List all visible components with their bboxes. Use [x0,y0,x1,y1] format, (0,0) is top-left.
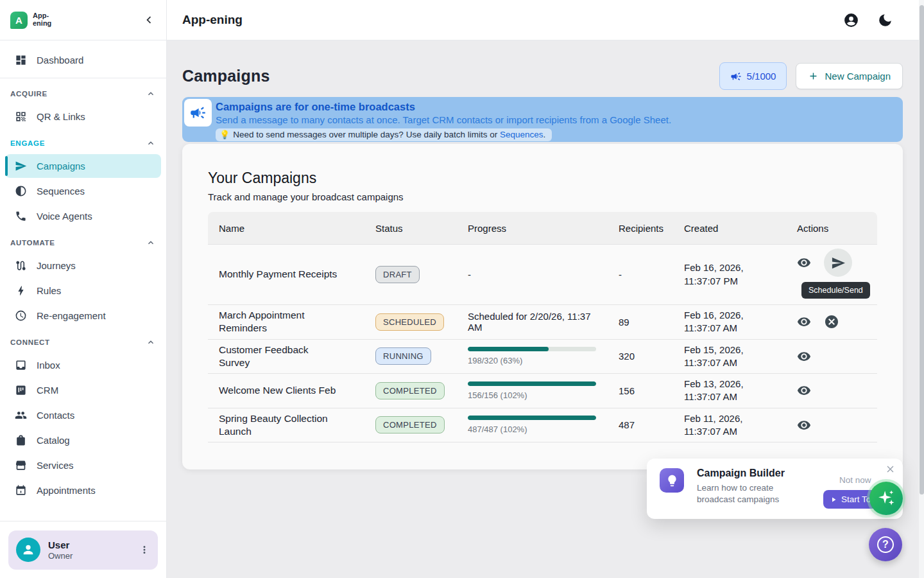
avatar [16,538,40,562]
send-icon [831,256,846,270]
chevron-left-icon [142,13,156,27]
not-now-button[interactable]: Not now [839,475,871,485]
sidebar-item-re-engagement[interactable]: Re-engagement [5,304,161,328]
column-header-status: Status [364,223,457,234]
close-icon [885,464,896,475]
campaign-name: Welcome New Clients Feb [219,384,336,397]
tip-text: Need to send messages over multiple days… [233,130,497,139]
cancel-button[interactable] [824,314,839,329]
status-badge: COMPLETED [375,382,445,399]
created-cell: Feb 16, 2026, 11:37:07 AM [673,305,776,339]
eye-icon [797,418,811,432]
view-button[interactable] [797,383,811,398]
campaign-name: Monthly Payment Receipts [219,268,337,281]
sidebar-item-qr-links[interactable]: QR & Links [5,105,161,128]
sidebar-section-connect[interactable]: CONNECT [0,333,166,352]
info-banner: Campaigns are for one-time broadcasts Se… [182,97,903,142]
popup-body: Learn how to create broadcast campaigns [697,482,800,505]
table-row: March Appointment Reminders SCHEDULED Sc… [208,304,877,339]
status-badge: RUNNING [375,347,431,365]
cancel-circle-icon [824,314,839,329]
dark-mode-toggle[interactable] [877,12,893,28]
sidebar-item-label: Rules [37,285,61,296]
eye-icon [797,383,811,398]
column-header-created: Created [673,223,786,234]
view-button[interactable] [797,315,811,329]
ai-assistant-fab[interactable] [869,482,903,515]
sidebar-item-appointments[interactable]: Appointments [5,478,161,502]
recipients-cell: - [608,265,673,284]
sidebar-item-journeys[interactable]: Journeys [5,254,161,277]
close-popup-button[interactable] [885,464,896,475]
user-menu-button[interactable] [139,544,150,556]
sidebar-item-label: Campaigns [37,161,85,171]
card-subtitle: Track and manage your broadcast campaign… [208,191,877,202]
view-button[interactable] [797,349,811,363]
half-circle-icon [15,185,27,197]
user-role: Owner [48,551,73,561]
status-badge: DRAFT [375,266,420,283]
new-campaign-label: New Campaign [825,71,891,82]
campaign-name: Customer Feedback Survey [219,344,339,369]
user-name: User [48,539,73,550]
banner-tip: 💡 Need to send messages over multiple da… [216,128,552,141]
sidebar-section-automate[interactable]: AUTOMATE [0,233,166,252]
sidebar-item-inbox[interactable]: Inbox [5,353,161,377]
chevron-up-icon [146,89,156,99]
people-icon [15,409,27,421]
campaigns-card: Your Campaigns Track and manage your bro… [182,144,903,469]
sidebar-section-acquire[interactable]: ACQUIRE [0,84,166,103]
card-title: Your Campaigns [208,170,877,187]
moon-icon [877,12,893,28]
sidebar-item-rules[interactable]: Rules [5,279,161,302]
sidebar-item-campaigns[interactable]: Campaigns [5,154,161,178]
created-cell: Feb 15, 2026, 11:37:07 AM [673,340,776,374]
sidebar-collapse-button[interactable] [142,13,156,27]
sidebar-item-services[interactable]: Services [5,453,161,477]
storefront-icon [15,459,27,471]
status-badge: COMPLETED [375,416,445,434]
sidebar-section-engage[interactable]: ENGAGE [0,134,166,153]
sidebar-item-label: CRM [37,385,58,396]
banner-icon-box [184,99,212,127]
account-circle-icon [843,12,859,28]
tooltip: Schedule/Send [801,282,870,299]
table-row: Welcome New Clients Feb COMPLETED 156/15… [208,373,877,408]
schedule-send-button[interactable] [824,249,852,277]
recipients-cell: 89 [608,313,673,331]
sidebar-item-label: QR & Links [37,111,85,122]
megaphone-icon [730,71,742,82]
campaign-quota-badge[interactable]: 5/1000 [719,62,787,90]
table-row: Customer Feedback Survey RUNNING 198/320… [208,339,877,374]
banner-title: Campaigns are for one-time broadcasts [216,100,671,114]
person-icon [21,543,35,557]
progress-text: 487/487 (102%) [468,425,603,434]
sidebar-item-label: Contacts [37,410,74,421]
sidebar-item-contacts[interactable]: Contacts [5,403,161,427]
sidebar-item-sequences[interactable]: Sequences [5,179,161,203]
created-cell: Feb 11, 2026, 11:37:07 AM [673,408,776,442]
chevron-up-icon [146,138,156,148]
app-logo-text: App- ening [33,12,51,27]
view-button[interactable] [797,418,811,432]
sequences-link[interactable]: Sequences [500,130,543,139]
sidebar-logo-area: A App- ening [0,0,166,40]
scrollbar-thumb[interactable] [920,5,924,495]
progress-cell: 198/320 (63%) [457,343,608,369]
sidebar-item-label: Re-engagement [37,310,106,321]
actions-cell [786,346,877,367]
sidebar-item-label: Appointments [37,485,96,496]
new-campaign-button[interactable]: New Campaign [796,63,903,89]
user-card[interactable]: User Owner [8,530,158,570]
sidebar-item-voice-agents[interactable]: Voice Agents [5,204,161,228]
help-fab[interactable]: ? [869,528,902,561]
view-button[interactable] [797,256,811,270]
sidebar-item-catalog[interactable]: Catalog [5,428,161,452]
sidebar-item-dashboard[interactable]: Dashboard [5,48,161,72]
sidebar-item-crm[interactable]: CRM [5,378,161,402]
sparkles-icon [877,489,896,508]
column-header-name: Name [208,223,364,234]
question-mark-icon: ? [877,536,894,553]
account-button[interactable] [843,12,859,28]
lightbulb-emoji: 💡 [219,130,230,139]
